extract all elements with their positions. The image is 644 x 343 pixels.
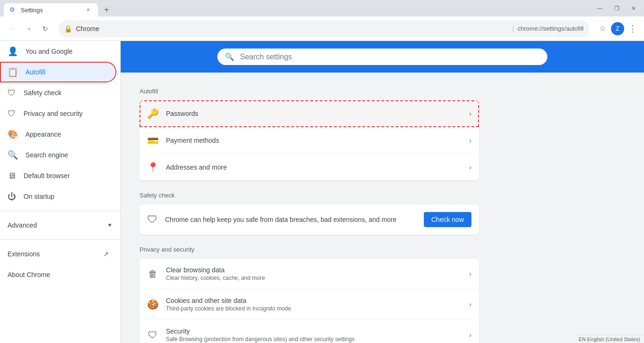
address-separator: | — [512, 25, 513, 32]
cookies-icon: 🍪 — [147, 299, 158, 310]
search-input[interactable] — [240, 53, 540, 61]
sidebar-label-on-startup: On startup — [24, 193, 109, 200]
on-startup-icon: ⏻ — [8, 192, 16, 202]
passwords-text: Passwords — [166, 110, 462, 117]
default-browser-icon: 🖥 — [8, 171, 16, 181]
clear-browsing-data-text: Clear browsing data Clear history, cooki… — [166, 266, 462, 281]
address-secure-icon: 🔒 — [64, 25, 72, 33]
status-bar: EN English (United States) — [575, 335, 644, 343]
sidebar-item-search-engine[interactable]: 🔍 Search engine — [0, 145, 116, 165]
forward-button[interactable]: → — [21, 21, 36, 36]
appearance-icon: 🎨 — [8, 129, 18, 139]
settings-body: Autofill 🔑 Passwords › 💳 Payment methods… — [121, 73, 498, 343]
clear-data-arrow-icon: › — [469, 270, 471, 278]
settings-tab[interactable]: ⚙ Settings × — [4, 3, 98, 16]
sidebar: 👤 You and Google 📋 Autofill 🛡 Safety che… — [0, 41, 121, 343]
sidebar-item-default-browser[interactable]: 🖥 Default browser — [0, 165, 116, 186]
tab-favicon: ⚙ — [9, 6, 17, 14]
address-bar[interactable]: 🔒 Chrome | chrome://settings/autofill — [58, 20, 589, 37]
sidebar-label-extensions: Extensions — [8, 250, 96, 258]
sidebar-item-autofill[interactable]: 📋 Autofill — [0, 62, 116, 82]
sidebar-label-autofill: Autofill — [25, 68, 109, 76]
sidebar-item-you-and-google[interactable]: 👤 You and Google — [0, 41, 116, 62]
sidebar-item-privacy-security[interactable]: 🛡 Privacy and security — [0, 103, 116, 124]
sidebar-divider — [0, 211, 120, 211]
chrome-menu-button[interactable]: ⋮ — [625, 21, 640, 36]
check-now-button[interactable]: Check now — [424, 212, 471, 227]
search-bar[interactable]: 🔍 — [217, 49, 547, 65]
settings-container: 👤 You and Google 📋 Autofill 🛡 Safety che… — [0, 41, 644, 343]
address-url: chrome://settings/autofill — [518, 25, 584, 32]
cookies-arrow-icon: › — [469, 301, 471, 308]
sidebar-advanced[interactable]: Advanced ▼ — [0, 215, 120, 236]
sidebar-label-you-and-google: You and Google — [25, 48, 109, 55]
profile-button[interactable]: Z — [611, 22, 624, 35]
new-tab-button[interactable]: + — [100, 3, 113, 16]
status-text: EN English (United States) — [578, 336, 640, 342]
addresses-text: Addresses and more — [166, 163, 462, 171]
payment-methods-label: Payment methods — [166, 137, 462, 144]
tab-strip: ⚙ Settings × + — [4, 0, 593, 16]
sidebar-label-default-browser: Default browser — [24, 172, 109, 180]
autofill-icon: 📋 — [8, 67, 18, 77]
search-engine-icon: 🔍 — [8, 150, 18, 160]
passwords-arrow-icon: › — [469, 110, 471, 117]
cookies-label: Cookies and other site data — [166, 297, 462, 304]
chevron-down-icon: ▼ — [107, 222, 113, 229]
cookies-subtitle: Third-party cookies are blocked in Incog… — [166, 305, 462, 312]
cookies-item[interactable]: 🍪 Cookies and other site data Third-part… — [140, 289, 479, 320]
sidebar-item-about-chrome[interactable]: About Chrome — [0, 264, 116, 285]
autofill-section-title: Autofill — [140, 88, 479, 95]
sidebar-item-appearance[interactable]: 🎨 Appearance — [0, 124, 116, 145]
safety-check-section-title: Safety check — [140, 192, 479, 199]
location-icon: 📍 — [147, 162, 158, 173]
sidebar-item-on-startup[interactable]: ⏻ On startup — [0, 186, 116, 207]
sidebar-label-about-chrome: About Chrome — [8, 271, 109, 278]
addresses-item[interactable]: 📍 Addresses and more › — [140, 154, 479, 180]
shield-icon: 🛡 — [8, 88, 16, 98]
tab-close-button[interactable]: × — [84, 6, 92, 14]
privacy-security-card: 🗑 Clear browsing data Clear history, coo… — [140, 259, 479, 343]
addresses-arrow-icon: › — [469, 163, 471, 171]
clear-browsing-data-item[interactable]: 🗑 Clear browsing data Clear history, coo… — [140, 259, 479, 289]
sidebar-label-appearance: Appearance — [25, 131, 109, 138]
privacy-security-section-title: Privacy and security — [140, 246, 479, 253]
key-icon: 🔑 — [147, 108, 158, 119]
reload-button[interactable]: ↻ — [38, 21, 53, 36]
sidebar-label-privacy-security: Privacy and security — [24, 110, 109, 117]
main-content: 🔍 Autofill 🔑 Passwords › 💳 — [121, 41, 644, 343]
payment-methods-text: Payment methods — [166, 137, 462, 144]
credit-card-icon: 💳 — [147, 135, 158, 146]
sidebar-item-extensions[interactable]: Extensions ↗ — [0, 244, 116, 264]
sidebar-item-safety-check[interactable]: 🛡 Safety check — [0, 82, 116, 103]
payment-methods-item[interactable]: 💳 Payment methods › — [140, 127, 479, 154]
search-icon: 🔍 — [225, 52, 234, 61]
nav-right: ☆ Z ⋮ — [595, 21, 640, 36]
minimize-button[interactable]: — — [593, 2, 606, 15]
clear-browsing-data-label: Clear browsing data — [166, 266, 462, 274]
sidebar-label-safety-check: Safety check — [24, 89, 109, 97]
window-controls: — ❐ ✕ — [593, 2, 640, 15]
external-link-icon: ↗ — [103, 250, 109, 258]
clear-browsing-data-subtitle: Clear history, cookies, cache, and more — [166, 275, 462, 281]
security-text: Security Safe Browsing (protection from … — [166, 327, 462, 343]
sidebar-label-search-engine: Search engine — [25, 151, 109, 159]
security-shield-icon: 🛡 — [147, 330, 158, 341]
passwords-item[interactable]: 🔑 Passwords › — [140, 100, 479, 127]
maximize-button[interactable]: ❐ — [610, 2, 623, 15]
nav-bar: ← → ↻ 🔒 Chrome | chrome://settings/autof… — [0, 16, 644, 41]
security-item[interactable]: 🛡 Security Safe Browsing (protection fro… — [140, 320, 479, 343]
safety-check-description: Chrome can help keep you safe from data … — [165, 216, 416, 223]
close-button[interactable]: ✕ — [627, 2, 640, 15]
tab-title: Settings — [21, 7, 80, 14]
security-arrow-icon: › — [469, 331, 471, 339]
title-bar: ⚙ Settings × + — ❐ ✕ — [0, 0, 644, 16]
safety-shield-icon: 🛡 — [147, 213, 157, 226]
sidebar-divider-2 — [0, 239, 120, 240]
trash-icon: 🗑 — [147, 269, 158, 279]
person-icon: 👤 — [8, 46, 18, 57]
bookmark-button[interactable]: ☆ — [595, 21, 610, 36]
cookies-text: Cookies and other site data Third-party … — [166, 297, 462, 312]
back-button[interactable]: ← — [4, 21, 19, 36]
passwords-label: Passwords — [166, 110, 462, 117]
